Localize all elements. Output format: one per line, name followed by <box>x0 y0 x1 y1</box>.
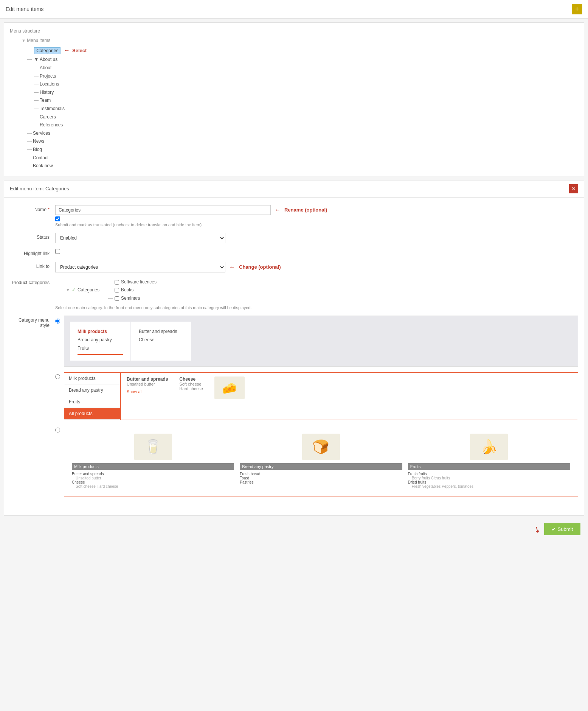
s2-all-products: All products <box>64 408 120 420</box>
style2-left: Milk products Bread any pastry Fruits Al… <box>64 373 121 420</box>
s2-milk: Milk products <box>64 373 120 384</box>
name-label: Name * <box>10 205 55 212</box>
translate-checkbox[interactable] <box>55 216 60 221</box>
style1-option: Milk products Bread any pastry Fruits Bu… <box>55 316 578 367</box>
style3-preview: 🥛 Milk products Butter and spreads Unsal… <box>64 426 578 496</box>
highlight-label: Highlight link <box>10 249 55 256</box>
style3-card-fruits: 🍌 Fruits Fresh fruits Berry fruits Citru… <box>408 434 570 489</box>
link-to-select[interactable]: Product categories Custom URL Page <box>55 262 225 272</box>
highlight-row: Highlight link <box>10 249 578 256</box>
select-annotation: Select <box>72 48 87 53</box>
menu-tree: ▼ Menu items Categories ← Select ▼ About… <box>10 37 578 170</box>
rename-arrow-icon: ← <box>275 207 281 213</box>
s2-bread: Bread any pastry <box>64 384 120 396</box>
style1-left-panel: Milk products Bread any pastry Fruits <box>70 322 130 361</box>
tree-item-about[interactable]: About <box>34 64 578 72</box>
tree-item-book-now[interactable]: Book now <box>27 162 578 170</box>
categories-selected-label[interactable]: Categories <box>34 47 61 54</box>
edit-panel-title: Edit menu item: Categories <box>10 186 69 191</box>
name-control-wrap: ← Rename (optional) Submit and mark as t… <box>55 205 578 227</box>
product-categories-label: Product categories <box>10 278 55 285</box>
s2-fruits: Fruits <box>64 396 120 408</box>
page-header: Edit menu items + <box>0 0 588 19</box>
name-row: Name * ← Rename (optional) Submit and ma… <box>10 205 578 227</box>
tree-item-categories[interactable]: Categories ← Select <box>27 45 578 56</box>
rename-annotation: Rename (optional) <box>284 207 327 213</box>
change-annotation: Change (optional) <box>239 264 281 270</box>
tree-item-services[interactable]: Services <box>27 129 578 138</box>
submit-icon: ✔ <box>552 526 556 532</box>
style3-card-bread: 🍞 Bread any pastry Fresh bread Toast Pas… <box>240 434 402 489</box>
cat-root-item[interactable]: ▼ ✓ Categories Software licences <box>64 278 578 303</box>
link-to-row: Link to Product categories Custom URL Pa… <box>10 262 578 272</box>
status-row: Status Enabled Disabled <box>10 233 578 243</box>
cat-item-software[interactable]: Software licences <box>108 278 157 286</box>
checkbox-hint: Submit and mark as translated (uncheck t… <box>55 222 578 227</box>
tree-item-history[interactable]: History <box>34 89 578 97</box>
edit-panel-header: Edit menu item: Categories ✕ <box>4 180 584 198</box>
style1-fruits: Fruits <box>78 344 123 352</box>
product-categories-row: Product categories ▼ ✓ Categories Softwa… <box>10 278 578 310</box>
edit-panel: Edit menu item: Categories ✕ Name * ← Re… <box>4 180 584 516</box>
style3-option: 🥛 Milk products Butter and spreads Unsal… <box>55 426 578 496</box>
tree-root-item: ▼ Menu items Categories ← Select ▼ About… <box>20 37 578 170</box>
style2-right: Butter and spreads Unsalted butter Show … <box>121 373 578 420</box>
menu-items-label: Menu items <box>27 38 50 43</box>
show-all-link[interactable]: Show all <box>127 389 168 394</box>
change-arrow-icon: ← <box>229 264 235 271</box>
style2-preview: Milk products Bread any pastry Fruits Al… <box>64 372 578 420</box>
style3-radio[interactable] <box>55 428 60 433</box>
edit-panel-body: Name * ← Rename (optional) Submit and ma… <box>4 198 584 516</box>
status-label: Status <box>10 233 55 240</box>
style2-dairy-image: 🧀 <box>214 377 245 399</box>
link-to-label: Link to <box>10 262 55 269</box>
categories-hint: Select one main category. In the front e… <box>55 305 578 310</box>
status-select[interactable]: Enabled Disabled <box>55 233 225 243</box>
submit-label: Submit <box>558 526 573 532</box>
add-button[interactable]: + <box>572 4 582 14</box>
style1-bread: Bread any pastry <box>78 336 123 344</box>
category-menu-style-row: Category menu style Milk products Bread … <box>10 316 578 502</box>
style2-radio[interactable] <box>55 374 60 379</box>
highlight-checkbox[interactable] <box>55 249 60 254</box>
name-input[interactable] <box>55 205 271 215</box>
style2-option: Milk products Bread any pastry Fruits Al… <box>55 372 578 420</box>
submit-arrow-icon: ↘ <box>531 523 542 535</box>
style2-col-butter: Butter and spreads Unsalted butter Show … <box>127 377 168 416</box>
tree-item-locations[interactable]: Locations <box>34 80 578 89</box>
page-title: Edit menu items <box>6 6 43 12</box>
tree-item-about-us[interactable]: ▼ About us About Projects Locations Hist… <box>27 56 578 129</box>
style1-milk: Milk products <box>78 327 123 336</box>
style1-right-panel: Butter and spreads Cheese <box>130 322 191 361</box>
category-menu-style-label: Category menu style <box>10 316 55 328</box>
menu-structure-label: Menu structure <box>10 28 578 34</box>
tree-item-contact[interactable]: Contact <box>27 154 578 162</box>
tree-item-references[interactable]: References <box>34 121 578 129</box>
tree-item-team[interactable]: Team <box>34 96 578 105</box>
menu-structure-panel: Menu structure ▼ Menu items Categories ←… <box>4 22 584 176</box>
tree-item-projects[interactable]: Projects <box>34 72 578 81</box>
style1-preview: Milk products Bread any pastry Fruits Bu… <box>64 316 578 367</box>
tree-item-testimonials[interactable]: Testimonials <box>34 105 578 113</box>
tree-item-blog[interactable]: Blog <box>27 146 578 154</box>
tree-item-news[interactable]: News <box>27 137 578 146</box>
cat-item-seminars[interactable]: Seminars <box>108 294 157 303</box>
style1-radio[interactable] <box>55 319 60 324</box>
submit-button[interactable]: ✔ Submit <box>544 523 580 535</box>
style3-card-milk: 🥛 Milk products Butter and spreads Unsal… <box>72 434 234 489</box>
categories-tree: ▼ ✓ Categories Software licences <box>55 278 578 303</box>
style1-butter: Butter and spreads <box>139 327 183 336</box>
cat-root-label: Categories <box>78 286 99 294</box>
close-button[interactable]: ✕ <box>569 184 578 193</box>
style2-col-cheese: Cheese Soft cheese Hard cheese <box>179 377 203 416</box>
tree-item-careers[interactable]: Careers <box>34 113 578 121</box>
cat-item-books[interactable]: Books <box>108 286 157 294</box>
style1-cheese: Cheese <box>139 336 183 344</box>
